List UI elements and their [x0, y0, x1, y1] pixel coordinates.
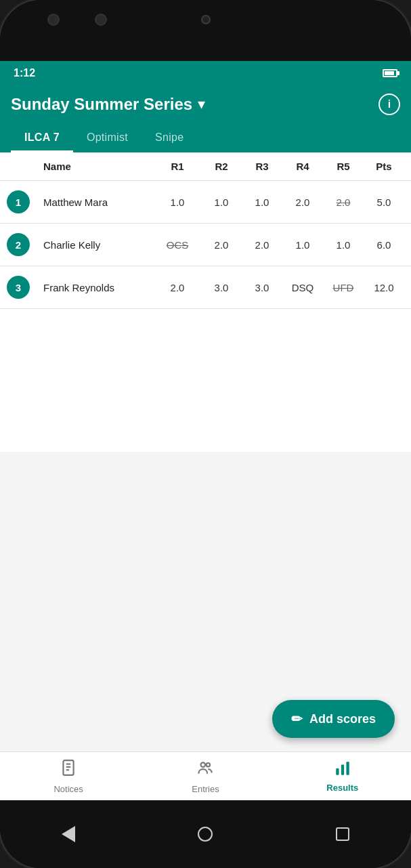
rank-header [7, 161, 41, 172]
r2-score-3: 3.0 [201, 282, 242, 293]
pts-score-2: 6.0 [364, 239, 404, 251]
front-camera [201, 15, 211, 24]
r4-score-1: 2.0 [282, 197, 323, 208]
info-icon: i [388, 98, 391, 110]
r1-header: R1 [154, 161, 201, 172]
header-title-group[interactable]: Sunday Summer Series ▾ [11, 95, 205, 114]
status-time: 1:12 [14, 67, 35, 79]
content-area: Name R1 R2 R3 R4 R5 Pts 1 [0, 152, 411, 800]
table-row[interactable]: 1 Matthew Mara 1.0 1.0 1.0 2.0 2.0 5.0 [0, 181, 411, 224]
add-scores-button[interactable]: ✏ Add scores [272, 700, 395, 738]
battery-fill [385, 71, 394, 75]
r2-score-2: 2.0 [201, 239, 242, 251]
entries-label: Entries [192, 784, 219, 794]
r2-score-1: 1.0 [201, 197, 242, 208]
svg-rect-8 [346, 762, 349, 775]
bottom-nav: Notices Entries [0, 751, 411, 800]
nav-entries[interactable]: Entries [137, 752, 274, 800]
camera-dot-left [47, 14, 60, 26]
screen: 1:12 Sunday Summer Series ▾ i [0, 61, 411, 800]
svg-point-4 [201, 762, 206, 767]
info-button[interactable]: i [378, 94, 400, 115]
back-icon [62, 826, 75, 842]
home-icon [198, 827, 213, 842]
svg-rect-6 [336, 768, 339, 775]
rank-badge-3: 3 [7, 276, 41, 299]
r2-header: R2 [201, 161, 242, 172]
r5-score-3: UFD [323, 282, 364, 293]
r3-score-3: 3.0 [242, 282, 282, 293]
svg-rect-7 [341, 765, 344, 775]
r5-header: R5 [323, 161, 364, 172]
r3-score-1: 1.0 [242, 197, 282, 208]
tab-optimist[interactable]: Optimist [73, 126, 142, 152]
tab-ilca7[interactable]: ILCA 7 [11, 126, 73, 152]
r5-score-2: 1.0 [323, 239, 364, 251]
table-header-row: Name R1 R2 R3 R4 R5 Pts [0, 152, 411, 181]
camera-dot-right [95, 14, 107, 26]
pts-score-1: 5.0 [364, 197, 404, 208]
svg-point-5 [207, 762, 210, 766]
entries-icon [196, 759, 214, 781]
r1-score-1: 1.0 [154, 197, 201, 208]
battery-icon [383, 69, 397, 77]
results-icon [334, 760, 351, 780]
results-table: Name R1 R2 R3 R4 R5 Pts 1 [0, 152, 411, 452]
table-row[interactable]: 3 Frank Reynolds 2.0 3.0 3.0 DSQ UFD 12.… [0, 266, 411, 309]
app-header: Sunday Summer Series ▾ i ILCA 7 Optimist… [0, 85, 411, 152]
tab-snipe[interactable]: Snipe [142, 126, 197, 152]
rank-badge-1: 1 [7, 190, 41, 213]
home-button[interactable] [198, 827, 213, 842]
tab-bar: ILCA 7 Optimist Snipe [11, 126, 400, 152]
back-button[interactable] [62, 826, 75, 842]
phone-bottom-bar [0, 800, 411, 868]
main-content: Name R1 R2 R3 R4 R5 Pts 1 [0, 152, 411, 751]
r3-score-2: 2.0 [242, 239, 282, 251]
name-header: Name [41, 161, 154, 172]
r4-score-2: 1.0 [282, 239, 323, 251]
dropdown-arrow-icon[interactable]: ▾ [198, 96, 205, 113]
phone-shell: 1:12 Sunday Summer Series ▾ i [0, 0, 411, 868]
recents-button[interactable] [336, 827, 349, 841]
table-row[interactable]: 2 Charlie Kelly OCS 2.0 2.0 1.0 1.0 6.0 [0, 224, 411, 266]
rank-badge-2: 2 [7, 233, 41, 256]
r1-score-2: OCS [154, 239, 201, 251]
results-label: Results [326, 783, 358, 793]
player-name-3: Frank Reynolds [41, 282, 154, 293]
nav-notices[interactable]: Notices [0, 752, 137, 800]
player-name-1: Matthew Mara [41, 197, 154, 208]
r3-header: R3 [242, 161, 282, 172]
phone-top-bar [0, 0, 411, 61]
series-title: Sunday Summer Series [11, 95, 192, 114]
edit-icon: ✏ [291, 711, 303, 727]
nav-results[interactable]: Results [274, 752, 411, 800]
empty-space: ✏ Add scores [0, 452, 411, 751]
notices-label: Notices [53, 784, 83, 794]
pts-header: Pts [364, 161, 404, 172]
status-bar: 1:12 [0, 61, 411, 85]
r4-score-3: DSQ [282, 282, 323, 293]
r5-score-1: 2.0 [323, 197, 364, 208]
header-row: Sunday Summer Series ▾ i [11, 94, 400, 115]
recents-icon [336, 827, 349, 841]
add-scores-label: Add scores [309, 712, 376, 726]
r4-header: R4 [282, 161, 323, 172]
player-name-2: Charlie Kelly [41, 239, 154, 251]
status-icons [383, 69, 397, 77]
r1-score-3: 2.0 [154, 282, 201, 293]
notices-icon [60, 759, 77, 781]
pts-score-3: 12.0 [364, 282, 404, 293]
